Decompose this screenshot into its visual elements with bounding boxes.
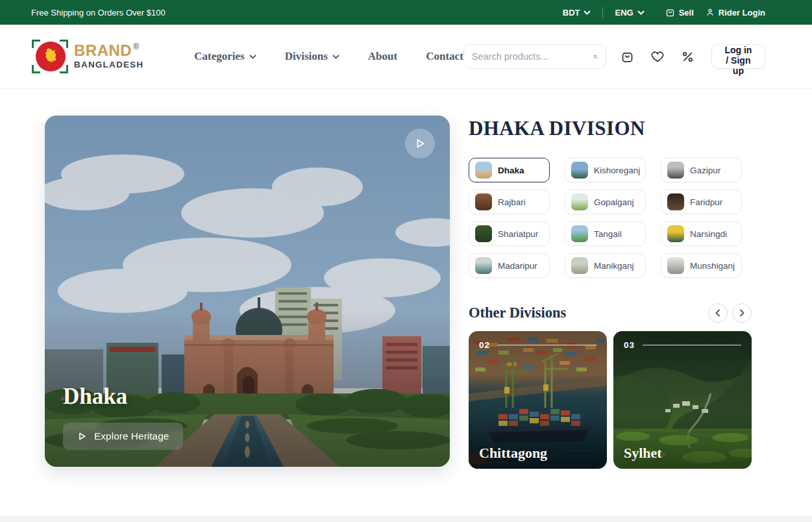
chevron-down-icon	[584, 10, 591, 15]
deals-percent-icon[interactable]	[681, 50, 695, 64]
nav-item[interactable]: Contact	[426, 50, 463, 63]
nav-item-label: Divisions	[285, 50, 328, 63]
nav-item-label: About	[368, 50, 397, 63]
chevron-down-icon	[332, 55, 339, 59]
currency-selector[interactable]: BDT	[563, 8, 591, 18]
bangladesh-map-icon	[42, 47, 60, 66]
district-button[interactable]: Munshiganj	[661, 253, 742, 278]
district-thumbnail	[475, 193, 492, 210]
district-label: Munshiganj	[690, 261, 735, 271]
district-thumbnail	[571, 162, 588, 179]
explore-heritage-button[interactable]: Explore Heritage	[63, 423, 183, 450]
district-button[interactable]: Shariatpur	[469, 221, 550, 246]
chevron-down-icon	[249, 55, 256, 59]
district-label: Faridpur	[690, 197, 722, 207]
chevron-right-icon	[739, 309, 744, 317]
search-icon[interactable]	[593, 51, 598, 63]
district-label: Tangail	[594, 229, 622, 239]
district-button[interactable]: Manikganj	[565, 253, 646, 278]
district-label: Gazipur	[690, 166, 720, 175]
district-button[interactable]: Faridpur	[661, 190, 742, 214]
nav-item-label: Categories	[194, 50, 244, 63]
hero-dark-overlay	[45, 116, 450, 467]
explore-heritage-label: Explore Heritage	[94, 430, 169, 442]
registered-mark: ®	[133, 42, 139, 51]
play-icon	[414, 138, 426, 149]
district-label: Narsingdi	[690, 229, 727, 239]
hero-play-button[interactable]	[405, 129, 435, 158]
district-label: Manikganj	[594, 261, 634, 271]
district-thumbnail	[667, 225, 684, 242]
card-rule-line	[643, 345, 741, 346]
district-button[interactable]: Tangail	[565, 221, 646, 246]
shop-bag-icon	[665, 8, 675, 18]
division-card-chittagong[interactable]: 02 Chittagong	[469, 331, 607, 469]
top-announcement-bar: Free Shipping on Orders Over $100 BDT EN…	[0, 0, 812, 25]
language-value: ENG	[615, 8, 633, 18]
logo-red-circle	[36, 42, 66, 71]
main-nav: Categories Divisions About Contact	[194, 50, 463, 63]
carousel-next-button[interactable]	[732, 303, 752, 323]
district-button[interactable]: Gazipur	[661, 158, 742, 182]
district-label: Gopalganj	[594, 197, 634, 207]
district-button[interactable]: Dhaka	[469, 158, 550, 182]
search-box[interactable]	[463, 44, 606, 69]
district-thumbnail	[667, 162, 684, 179]
sell-link[interactable]: Sell	[665, 8, 694, 18]
rider-login-link[interactable]: Rider Login	[706, 8, 765, 18]
wishlist-heart-icon[interactable]	[650, 50, 665, 64]
hero-division-banner[interactable]: Dhaka Explore Heritage	[45, 116, 450, 467]
carousel-prev-button[interactable]	[708, 303, 728, 323]
brand-logo[interactable]: BRAND® BANGLADESH	[32, 40, 143, 73]
card-number: 03	[624, 340, 635, 350]
other-divisions-carousel: 02 Chittagong	[469, 331, 752, 469]
district-thumbnail	[571, 257, 588, 274]
district-thumbnail	[475, 257, 492, 274]
sell-label: Sell	[679, 8, 694, 18]
language-selector[interactable]: ENG	[615, 8, 644, 18]
district-thumbnail	[475, 225, 492, 242]
promo-text: Free Shipping on Orders Over $100	[31, 8, 166, 18]
nav-item[interactable]: About	[368, 50, 397, 63]
district-button[interactable]: Gopalganj	[565, 190, 646, 214]
brand-name-line1: BRAND	[74, 43, 132, 58]
cart-bag-icon[interactable]	[621, 50, 634, 64]
logo-mark	[32, 40, 68, 73]
district-label: Dhaka	[498, 166, 524, 175]
district-thumbnail	[571, 225, 588, 242]
card-rule-line	[498, 345, 597, 346]
district-grid: Dhaka Kishoreganj Gazipur Rajbari Gopalg…	[469, 158, 752, 278]
district-button[interactable]: Kishoreganj	[565, 158, 646, 182]
district-button[interactable]: Rajbari	[469, 190, 550, 214]
main-header: BRAND® BANGLADESH Categories Divisions A…	[0, 25, 812, 89]
district-thumbnail	[667, 257, 684, 274]
chevron-left-icon	[715, 309, 720, 317]
card-division-name: Sylhet	[624, 445, 662, 462]
district-button[interactable]: Narsingdi	[661, 221, 742, 246]
person-icon	[706, 8, 715, 17]
nav-item-label: Contact	[426, 50, 463, 63]
login-signup-button[interactable]: Log in / Sign up	[711, 44, 765, 69]
card-division-name: Chittagong	[479, 445, 547, 462]
footer-strip	[0, 516, 812, 522]
district-label: Shariatpur	[498, 229, 538, 239]
hero-city-title: Dhaka	[63, 384, 127, 410]
chevron-down-icon	[637, 10, 645, 15]
nav-item[interactable]: Categories	[194, 50, 256, 63]
logo-text: BRAND® BANGLADESH	[74, 40, 143, 69]
rider-login-label: Rider Login	[719, 8, 765, 18]
district-thumbnail	[475, 162, 492, 179]
card-number: 02	[479, 340, 490, 350]
district-thumbnail	[667, 193, 684, 210]
play-icon	[77, 432, 86, 441]
other-divisions-title: Other Divisions	[469, 304, 566, 321]
nav-item[interactable]: Divisions	[285, 50, 339, 63]
district-label: Kishoreganj	[594, 166, 640, 175]
divider	[602, 7, 603, 18]
division-card-sylhet[interactable]: 03 Sylhet	[613, 331, 752, 469]
district-button[interactable]: Madaripur	[469, 253, 550, 278]
brand-name-line2: BANGLADESH	[74, 60, 143, 69]
district-label: Madaripur	[498, 261, 537, 271]
district-label: Rajbari	[498, 197, 526, 207]
search-input[interactable]	[472, 51, 593, 62]
